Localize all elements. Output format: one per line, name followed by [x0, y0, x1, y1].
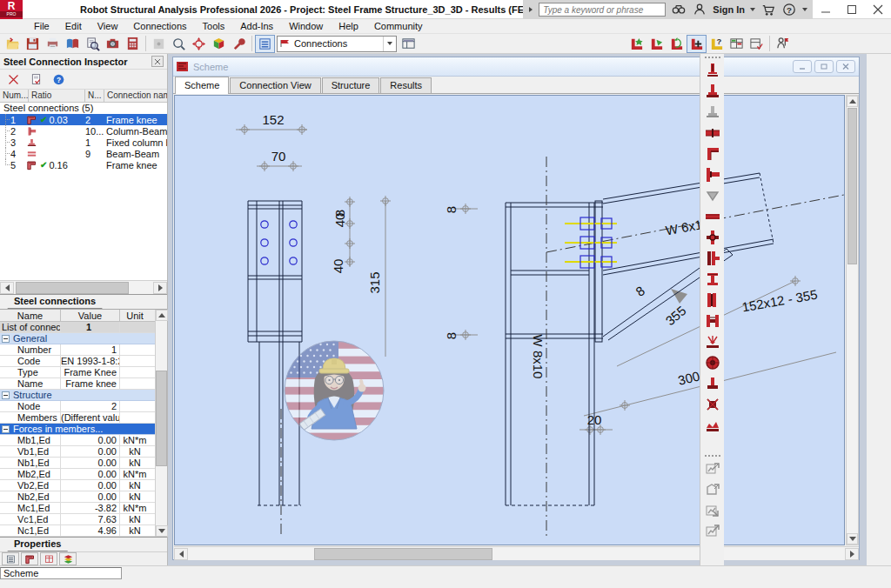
tab-scheme[interactable]: Scheme	[175, 77, 229, 94]
beam-button[interactable]	[702, 207, 723, 226]
truss-node-button[interactable]	[702, 332, 723, 351]
plate-connection-button[interactable]	[702, 311, 723, 331]
maximize-button[interactable]	[841, 2, 863, 17]
delete-connection-icon[interactable]	[5, 71, 21, 87]
sign-in-caret-icon[interactable]	[750, 8, 755, 11]
save-button[interactable]	[23, 35, 43, 53]
view-3d-button[interactable]	[209, 35, 229, 53]
cart-icon[interactable]	[760, 2, 776, 17]
scheme-drawing-canvas[interactable]: 152 70 8 40 40 315 8 8 20 300 355	[174, 95, 845, 545]
connection-row[interactable]: 4 9Beam-Beam	[0, 148, 167, 159]
print-button[interactable]	[43, 35, 63, 53]
zoom-all-button[interactable]	[189, 35, 209, 53]
tab-connection-view[interactable]: Connection View	[230, 77, 320, 93]
help-icon[interactable]: ?	[781, 2, 797, 17]
view-book-button[interactable]	[63, 35, 83, 53]
apply-connection-button[interactable]	[646, 35, 667, 53]
base-crown-button[interactable]	[702, 416, 723, 435]
inspector-close-button[interactable]	[151, 56, 164, 67]
layout-combo[interactable]: Connections	[277, 36, 397, 52]
property-row[interactable]: Mb1,Ed0.00kN*m	[0, 435, 155, 446]
property-row[interactable]: Vb2,Ed0.00kN	[0, 480, 155, 491]
tab-steel-connections[interactable]: Steel connections	[0, 295, 110, 309]
search-icon[interactable]	[671, 2, 687, 17]
tab-properties[interactable]: Properties	[0, 538, 75, 551]
connection-row[interactable]: 5 ✔0.16 Frame knee	[0, 159, 167, 170]
menu-window[interactable]: Window	[281, 19, 331, 34]
property-row[interactable]: Members(Different valu...	[0, 412, 155, 424]
beam-splice-button[interactable]	[702, 124, 723, 143]
property-row[interactable]: Number1	[0, 344, 155, 356]
menu-help[interactable]: Help	[331, 19, 366, 34]
property-row[interactable]: Node2	[0, 401, 155, 412]
i-section-button[interactable]	[702, 270, 723, 289]
property-row[interactable]: Nb1,Ed0.00kN	[0, 458, 155, 469]
sign-in-button[interactable]: Sign In	[713, 4, 745, 15]
doc-restore-button[interactable]	[814, 60, 834, 73]
connection-row[interactable]: 3 1Fixed column ba	[0, 137, 167, 148]
export-view-button[interactable]	[702, 480, 723, 499]
menu-tools[interactable]: Tools	[195, 19, 233, 34]
print-preview-button[interactable]	[83, 35, 103, 53]
group-structure[interactable]: Structure	[0, 390, 155, 401]
column-base-pinned-button[interactable]	[702, 61, 723, 80]
delete-connection-button[interactable]	[702, 395, 723, 414]
property-row[interactable]: Nc1,Ed4.96kN	[0, 525, 155, 537]
minimize-button[interactable]	[814, 2, 837, 17]
connection-row[interactable]: 2 10...Column-Beam	[0, 125, 167, 137]
search-input[interactable]: Type a keyword or phrase	[539, 3, 666, 17]
pad-button[interactable]	[149, 35, 169, 53]
menu-view[interactable]: View	[90, 19, 126, 34]
tree-root[interactable]: Steel connections (5)	[0, 103, 167, 114]
search-expand-icon[interactable]	[529, 7, 533, 12]
table-view-icon[interactable]	[40, 552, 57, 565]
column-base-plate-button[interactable]	[702, 82, 723, 101]
menu-add-ins[interactable]: Add-Ins	[232, 19, 281, 34]
new-connection-button[interactable]	[626, 35, 646, 53]
open-button[interactable]	[3, 35, 23, 53]
frame-knee-button[interactable]	[702, 144, 723, 164]
layers-icon[interactable]	[59, 552, 77, 565]
connection-row[interactable]: 1 ✔0.03 2Frame knee	[0, 114, 167, 125]
menu-community[interactable]: Community	[366, 19, 431, 34]
connection-table-button[interactable]	[727, 35, 747, 53]
export-view-button[interactable]	[702, 459, 723, 478]
toolbar-grip[interactable]	[705, 455, 720, 458]
help-caret-icon[interactable]	[802, 8, 807, 11]
menu-connections[interactable]: Connections	[125, 19, 194, 34]
inspector-help-icon[interactable]: ?	[50, 71, 66, 87]
beam-to-column-button[interactable]	[702, 165, 723, 184]
column-beam-two-sided-button[interactable]	[702, 228, 723, 247]
property-row[interactable]: CodeEN 1993-1-8:2...	[0, 356, 155, 367]
zoom-button[interactable]	[169, 35, 189, 53]
connection-help-button[interactable]: ?	[707, 35, 727, 53]
close-button[interactable]	[867, 2, 889, 17]
list-of-connections-row[interactable]: List of connect...1	[0, 322, 155, 333]
canvas-vscrollbar[interactable]	[846, 95, 859, 545]
property-row[interactable]: Nb2,Ed0.00kN	[0, 491, 155, 503]
list-view-icon[interactable]	[2, 552, 19, 565]
toolbar-grip[interactable]	[705, 57, 720, 59]
calculator-button[interactable]	[123, 35, 143, 53]
select-object-button[interactable]	[773, 35, 793, 53]
menu-file[interactable]: File	[26, 19, 57, 34]
export-view-button[interactable]	[702, 501, 723, 520]
export-view-button[interactable]	[702, 522, 723, 541]
tab-structure[interactable]: Structure	[322, 77, 380, 93]
inspector-hscrollbar[interactable]	[0, 280, 167, 294]
note-check-icon[interactable]	[28, 71, 44, 87]
verify-connection-button[interactable]	[747, 35, 767, 53]
properties-vscrollbar[interactable]	[155, 310, 167, 537]
menu-edit[interactable]: Edit	[57, 19, 90, 34]
connection-view-icon[interactable]	[21, 552, 38, 565]
update-connection-button[interactable]	[667, 35, 687, 53]
preferences-button[interactable]	[229, 35, 249, 53]
property-row[interactable]: Mc1,Ed-3.82kN*m	[0, 503, 155, 514]
splice-plate-button[interactable]	[702, 291, 723, 310]
property-row[interactable]: NameFrame knee	[0, 378, 155, 390]
screen-capture-button[interactable]	[103, 35, 123, 53]
circular-gusset-button[interactable]	[702, 353, 723, 372]
tab-results[interactable]: Results	[380, 77, 432, 93]
view-manager-button[interactable]	[399, 35, 419, 53]
canvas-hscrollbar[interactable]	[174, 546, 859, 560]
